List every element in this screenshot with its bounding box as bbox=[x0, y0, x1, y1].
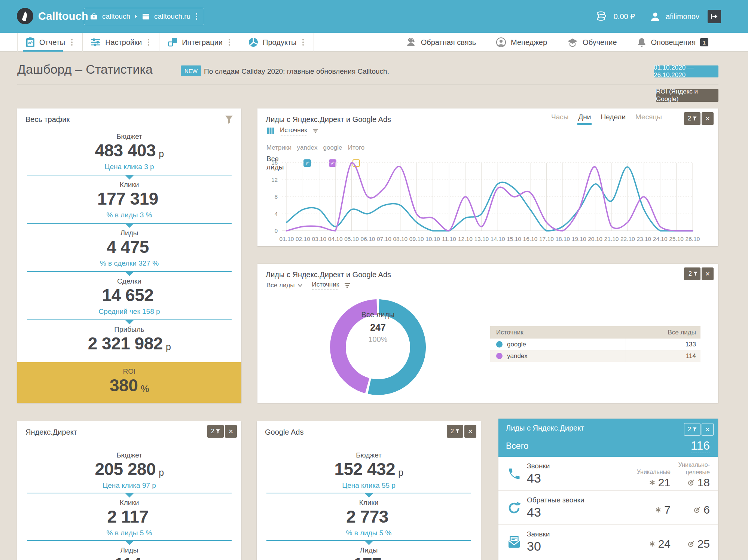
close-widget-button[interactable]: ✕ bbox=[702, 423, 714, 436]
tab-products[interactable]: Продукты bbox=[240, 33, 314, 52]
account-menu-kebab-icon[interactable] bbox=[194, 12, 199, 21]
metric-value: 205 280 bbox=[95, 459, 156, 479]
source-table: Источник Все лиды google 133 yandex 114 bbox=[490, 326, 700, 362]
announcement-link[interactable]: По следам Callday 2020: главные обновлен… bbox=[204, 67, 389, 77]
period-hours[interactable]: Часы bbox=[551, 113, 568, 124]
table-header: Источник Все лиды bbox=[490, 326, 700, 339]
svg-text:11.10: 11.10 bbox=[442, 236, 456, 242]
filter-button[interactable]: 2 bbox=[684, 112, 700, 125]
period-weeks[interactable]: Недели bbox=[601, 113, 626, 124]
calltouch-logo[interactable]: Calltouch bbox=[16, 7, 88, 25]
chevron-down-icon bbox=[298, 284, 302, 287]
svg-text:09.10: 09.10 bbox=[409, 236, 424, 242]
unique-value: 24 bbox=[611, 538, 671, 550]
account-company: calltouch bbox=[102, 12, 130, 21]
metric-sub-link[interactable]: % в сделки 327 % bbox=[100, 259, 159, 267]
new-badge: NEW bbox=[181, 65, 201, 76]
card-title: Google Ads bbox=[265, 428, 303, 437]
column-total: Итого bbox=[346, 144, 366, 152]
tab-label: Продукты bbox=[263, 38, 296, 47]
close-widget-button[interactable]: ✕ bbox=[702, 112, 714, 125]
tab-kebab-icon[interactable] bbox=[70, 37, 74, 47]
filter-button[interactable]: 2 bbox=[684, 423, 700, 436]
metric-value: 4 475 bbox=[107, 237, 149, 257]
unique-header: Уникальные bbox=[611, 469, 671, 475]
period-months[interactable]: Месяцы bbox=[635, 113, 662, 124]
tab-kebab-icon[interactable] bbox=[227, 37, 232, 47]
donut-center-label: Все лиды bbox=[341, 310, 415, 319]
filter-button[interactable]: 2 bbox=[684, 267, 700, 280]
filter-button[interactable]: 2 bbox=[207, 425, 224, 438]
top-bar: Calltouch calltouch calltouch.ru 0.00 ₽ … bbox=[0, 0, 748, 33]
metric-sub-link[interactable]: Цена клика 97 р bbox=[103, 481, 156, 490]
manager-icon bbox=[496, 37, 506, 48]
card-title: Лиды с Яндекс.Директ и Google Ads bbox=[266, 115, 391, 124]
svg-text:22.10: 22.10 bbox=[620, 236, 635, 242]
tab-integrations[interactable]: Интеграции bbox=[159, 33, 240, 52]
donut-center-percent: 100% bbox=[341, 335, 415, 344]
settings-icon bbox=[91, 38, 101, 47]
metric-sub-link[interactable]: Средний чек 158 р bbox=[98, 307, 160, 316]
total-value[interactable]: 116 bbox=[691, 439, 710, 453]
tab-kebab-icon[interactable] bbox=[301, 37, 305, 47]
leads-row-callbacks: Обратные звонки 43 7 6 bbox=[498, 491, 718, 525]
table-row[interactable]: google 133 bbox=[490, 339, 700, 350]
page-title: Дашборд – Статистика bbox=[17, 62, 153, 77]
unique-target-header: Уникально-целевые bbox=[663, 461, 710, 476]
metric-leads: Лиды 114 bbox=[17, 545, 241, 560]
tab-kebab-icon[interactable] bbox=[146, 37, 151, 47]
source-value: 114 bbox=[626, 350, 700, 362]
metric-value: 177 319 bbox=[97, 189, 158, 208]
metric-sub-link[interactable]: % в лиды 5 % bbox=[106, 529, 152, 537]
metric-dropdown[interactable]: Все лиды bbox=[266, 282, 302, 289]
briefcase-icon bbox=[89, 12, 98, 21]
metric-sub-link[interactable]: Цена клика 55 р bbox=[342, 481, 396, 490]
close-widget-button[interactable]: ✕ bbox=[464, 425, 476, 438]
tab-reports[interactable]: Отчеты bbox=[17, 33, 83, 52]
username[interactable]: afilimonov bbox=[666, 12, 699, 21]
leads-donut-chart bbox=[318, 287, 438, 407]
tab-settings[interactable]: Настройки bbox=[83, 33, 159, 52]
roi-value: 380 bbox=[110, 376, 138, 395]
svg-text:06.10: 06.10 bbox=[361, 236, 375, 242]
leads-card-header: Лиды с Яндекс.Директ 2 ✕ Всего 116 bbox=[498, 419, 718, 457]
notifications-item[interactable]: Оповещения 1 bbox=[627, 33, 718, 52]
svg-text:04.10: 04.10 bbox=[328, 236, 343, 242]
top-bar-right: 0.00 ₽ afilimonov bbox=[596, 0, 721, 33]
feedback-item[interactable]: Обратная связь bbox=[396, 33, 486, 52]
target-call-icon bbox=[688, 541, 694, 547]
metric-value: 2 117 bbox=[107, 507, 148, 526]
source-dimension-label[interactable]: Источник bbox=[280, 126, 307, 135]
metric-budget: Бюджет 152 432р Цена клика 55 р bbox=[257, 450, 481, 497]
svg-text:16: 16 bbox=[271, 159, 278, 166]
metric-sub-link[interactable]: % в лиды 5 % bbox=[346, 529, 391, 537]
logout-button[interactable] bbox=[708, 10, 721, 23]
funnel-filter-icon[interactable] bbox=[225, 115, 233, 124]
bar-chart-icon[interactable] bbox=[266, 127, 275, 135]
close-widget-button[interactable]: ✕ bbox=[225, 425, 237, 438]
education-cap-icon bbox=[567, 37, 578, 47]
balance-value[interactable]: 0.00 ₽ bbox=[614, 12, 635, 21]
svg-text:19.10: 19.10 bbox=[572, 236, 586, 242]
column-google: google bbox=[322, 144, 344, 152]
metric-sub-link[interactable]: Цена клика 3 р bbox=[104, 163, 154, 171]
period-days[interactable]: Дни bbox=[578, 113, 591, 124]
table-row[interactable]: yandex 114 bbox=[490, 350, 700, 362]
filter-button[interactable]: 2 bbox=[447, 425, 463, 438]
sort-filter-icon[interactable] bbox=[312, 128, 318, 134]
manager-item[interactable]: Менеджер bbox=[486, 33, 557, 52]
date-range-picker[interactable]: 01.10.2020 — 26.10.2020 bbox=[654, 65, 718, 77]
svg-text:15.10: 15.10 bbox=[507, 236, 521, 242]
nav-item-label: Оповещения bbox=[651, 38, 696, 47]
header-all-leads: Все лиды bbox=[626, 329, 700, 336]
roi-filter-button[interactable]: ROI (Яндекс и Google) bbox=[656, 89, 718, 102]
funnel-icon bbox=[455, 429, 460, 434]
svg-text:25.10: 25.10 bbox=[669, 236, 684, 242]
funnel-divider bbox=[27, 540, 232, 541]
education-item[interactable]: Обучение bbox=[557, 33, 626, 52]
unique-value: 7 bbox=[611, 504, 671, 516]
svg-text:23.10: 23.10 bbox=[636, 236, 651, 242]
close-widget-button[interactable]: ✕ bbox=[702, 267, 714, 280]
account-switcher[interactable]: calltouch calltouch.ru bbox=[84, 8, 204, 25]
metric-sub-link[interactable]: % в лиды 3 % bbox=[106, 211, 152, 219]
